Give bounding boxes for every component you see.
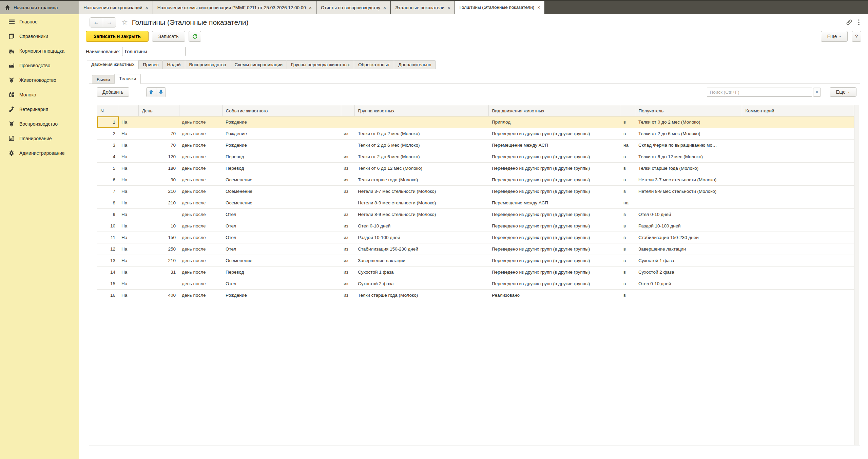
table-more-button[interactable]: Еще▼ [830,87,856,97]
window-tab[interactable]: Назначение схемы синхронизации РММГ-0211… [153,1,316,14]
column-header[interactable]: Комментарий [742,105,854,116]
table-row[interactable]: 8На210день послеОсеменениеНетели 8-9 мес… [97,197,854,209]
cell-after: день после [179,174,222,186]
subtab-телочки[interactable]: Телочки [114,74,141,84]
move-row-down-button[interactable] [156,88,166,97]
tab-close-icon[interactable]: × [146,5,148,10]
arrow-up-icon [149,89,154,95]
cell-movement: Переведено из других групп (в другие гру… [488,232,621,243]
cell-event: Перевод [222,151,341,163]
sidebar-item-администрирование[interactable]: Администрирование [0,146,79,160]
back-button[interactable]: ← [90,18,103,27]
help-button[interactable]: ? [852,31,861,42]
tab-схемы синхронизации[interactable]: Схемы синхронизации [230,60,287,69]
sidebar-item-воспроизводство[interactable]: Воспроизводство [0,116,79,131]
cell-comment [742,163,854,174]
table-row[interactable]: 13На210день послеОсеменениеизЗавершение … [97,255,854,267]
move-row-up-button[interactable] [147,88,156,97]
column-header[interactable] [341,105,354,116]
get-link-icon[interactable] [846,19,852,25]
sidebar-item-ветеринария[interactable]: Ветеринария [0,102,79,116]
sidebar-item-главное[interactable]: Главное [0,14,79,29]
save-and-close-button[interactable]: Записать и закрыть [86,31,149,42]
tab-воспроизводство[interactable]: Воспроизводство [185,60,231,69]
forward-button[interactable]: → [103,18,116,27]
table-row[interactable]: 6На90день послеОсеменениеизТелки старше … [97,174,854,186]
tab-close-icon[interactable]: × [447,5,450,10]
table-row[interactable]: 14На31день послеПереводизСухостой 1 фаза… [97,267,854,278]
table-row[interactable]: 7На210день послеОсеменениеизНетели 3-7 м… [97,186,854,197]
column-header[interactable] [119,105,138,116]
cell-movement: Переведено из других групп (в другие гру… [488,163,621,174]
column-header[interactable]: День [138,105,179,116]
tab-движения животных[interactable]: Движения животных [87,60,139,69]
window-tab[interactable]: Назначения синхронизаций× [79,1,153,14]
cell-dir: в [621,220,635,232]
tab-дополнительно[interactable]: Дополнительно [394,60,436,69]
sidebar-item-производство[interactable]: Производство [0,58,79,73]
table-toolbar: Добавить × Еще▼ [97,87,856,97]
column-header[interactable] [621,105,635,116]
tab-группы перевода животных[interactable]: Группы перевода животных [287,60,354,69]
column-header[interactable]: Вид движения животных [488,105,621,116]
table-row[interactable]: 16На400день послеРождениеизТелки старше … [97,290,854,301]
cell-dir: в [621,290,635,301]
search-input[interactable] [707,88,812,97]
tab-надой[interactable]: Надой [162,60,185,69]
tab-привес[interactable]: Привес [138,60,163,69]
kebab-menu-icon[interactable] [858,19,860,25]
tab-close-icon[interactable]: × [383,5,386,10]
cell-after: день после [179,186,222,197]
column-header[interactable]: N [97,105,119,116]
vertical-scrollbar[interactable] [854,105,859,445]
sidebar-item-животноводство[interactable]: Животноводство [0,73,79,87]
cell-on: На [119,243,138,255]
sidebar-item-молоко[interactable]: Молоко [0,87,79,102]
cell-event: Осеменение [222,186,341,197]
column-header[interactable]: Получатель [635,105,742,116]
sidebar-item-планирование[interactable]: Планирование [0,131,79,146]
column-header[interactable] [179,105,222,116]
tab-close-icon[interactable]: × [309,5,312,10]
table-row[interactable]: 15Надень послеОтелизСухостой 2 фазаПерев… [97,278,854,290]
cell-comment [742,186,854,197]
form-more-button[interactable]: Еще▼ [821,31,848,42]
sidebar-item-кормовая площадка[interactable]: Кормовая площадка [0,43,79,58]
column-header[interactable]: Группа животных [354,105,488,116]
table-row[interactable]: 9Надень послеОтелизНетели 8-9 мес стельн… [97,209,854,220]
movements-tab-pane: Добавить × Еще▼ [89,84,860,445]
tab-обрезка копыт[interactable]: Обрезка копыт [354,60,394,69]
cell-group: Раздой 10-100 дней [354,232,488,243]
table-row[interactable]: 12На250день послеОтелизСтабилизация 150-… [97,243,854,255]
table-row[interactable]: 3На70день послеРождениеТелки от 2 до 6 м… [97,140,854,151]
table-row[interactable]: 10На10день послеОтелизОтел 0-10 днейПере… [97,220,854,232]
window-tab[interactable]: Отчеты по воспроизводству× [316,1,391,14]
table-row[interactable]: 11На150день послеОтелизРаздой 10-100 дне… [97,232,854,243]
name-input[interactable] [122,47,186,56]
subtab-бычки[interactable]: Бычки [92,75,115,84]
sidebar-item-справочники[interactable]: Справочники [0,29,79,43]
refresh-button[interactable] [189,31,201,42]
add-row-button[interactable]: Добавить [97,87,129,97]
cell-day: 150 [138,232,179,243]
table-row[interactable]: 5На180день послеПереводизТелки от 6 до 1… [97,163,854,174]
window-tab[interactable]: Голштины (Эталонные показатели)× [455,1,545,14]
tab-close-icon[interactable]: × [537,5,540,10]
cell-comment [742,255,854,267]
search-clear-button[interactable]: × [813,88,821,97]
cell-receiver: Склад Ферма по выращиванию мо… [635,140,742,151]
home-page-label: Начальная страница [14,5,58,10]
table-row[interactable]: 1Надень послеРождениеПриплодвТелки от 0 … [97,116,854,128]
cell-from: из [341,209,354,220]
cell-receiver: Стабилизация 150-230 дней [635,232,742,243]
cell-receiver: Нетели 3-7 мес стельности (Молоко) [635,174,742,186]
favorite-star-icon[interactable]: ☆ [121,18,128,26]
cell-n: 14 [97,267,119,278]
column-header[interactable]: Событие животного [222,105,341,116]
cell-event: Отел [222,209,341,220]
save-button[interactable]: Записать [152,31,185,42]
home-page-tab[interactable]: Начальная страница [0,1,79,14]
table-row[interactable]: 4На120день послеПереводизТелки от 2 до 6… [97,151,854,163]
window-tab[interactable]: Эталонные показатели× [391,1,455,14]
table-row[interactable]: 2На70день послеРождениеизТелки от 0 до 2… [97,128,854,140]
